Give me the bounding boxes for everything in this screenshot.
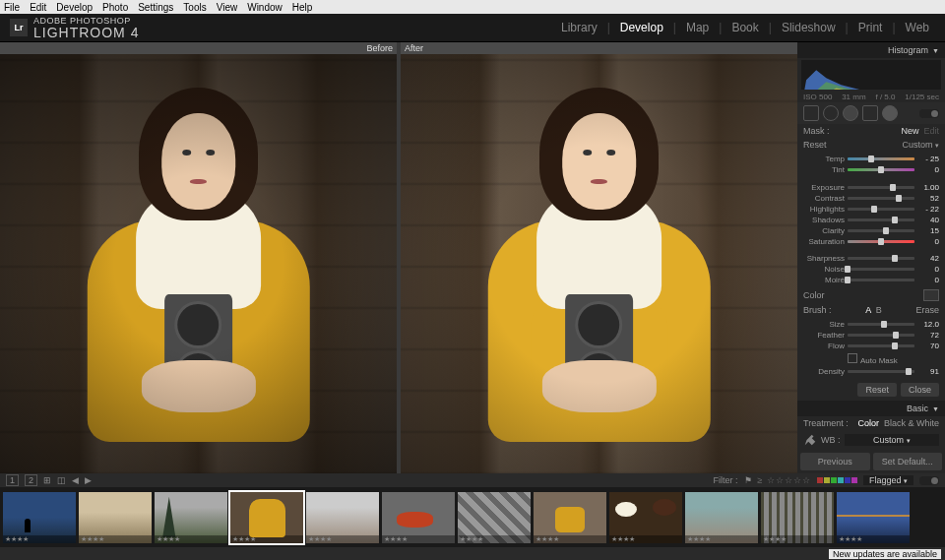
panel-toggle[interactable] — [919, 109, 939, 118]
color-row: Color — [797, 287, 945, 303]
wb-combo[interactable]: Custom ▾ — [845, 434, 940, 446]
spot-tool-icon[interactable] — [823, 105, 839, 121]
view-mode-1[interactable]: 1 — [6, 474, 19, 486]
effect-preset-combo[interactable]: Custom — [902, 140, 932, 150]
brush-close-button[interactable]: Close — [901, 383, 939, 397]
crop-tool-icon[interactable] — [803, 105, 819, 121]
thumbnail-1[interactable]: ★★★★ — [3, 492, 76, 543]
brush-a[interactable]: A — [865, 305, 871, 315]
rating-filter[interactable]: ≥ ☆☆☆☆☆ — [758, 475, 811, 485]
color-swatch[interactable] — [923, 289, 939, 301]
menu-view[interactable]: View — [217, 2, 238, 13]
lightroom-logo-icon: Lr — [10, 19, 28, 36]
thumbnail-6[interactable]: ★★★★ — [382, 492, 455, 543]
filmstrip: 1 2 ⊞ ◫ ◀ ▶ Filter : ⚑ ≥ ☆☆☆☆☆ Flagged ▾… — [0, 473, 945, 547]
brush-tool-icon[interactable] — [882, 105, 898, 121]
automask-checkbox[interactable] — [848, 353, 857, 363]
filter-preset-combo[interactable]: Flagged ▾ — [863, 475, 914, 485]
eyedropper-icon[interactable] — [803, 433, 817, 447]
brush-reset-button[interactable]: Reset — [857, 383, 897, 397]
slider-exposure[interactable]: Exposure1.00 — [803, 182, 939, 193]
slider-moiré[interactable]: Moiré0 — [803, 275, 939, 285]
slider-saturation[interactable]: Saturation0 — [803, 236, 939, 247]
module-map[interactable]: Map — [680, 21, 715, 34]
thumbnail-9[interactable]: ★★★★ — [609, 492, 682, 543]
loupe-viewer: Before After — [0, 42, 797, 473]
redeye-tool-icon[interactable] — [843, 105, 858, 121]
histogram-display[interactable] — [801, 60, 941, 90]
chevron-down-icon: ▼ — [932, 405, 939, 412]
slider-clarity[interactable]: Clarity15 — [803, 225, 939, 236]
after-view: After — [401, 42, 797, 473]
treatment-bw[interactable]: Black & White — [884, 418, 939, 428]
slider-feather[interactable]: Feather72 — [803, 330, 939, 341]
before-photo[interactable] — [0, 54, 397, 473]
module-develop[interactable]: Develop — [614, 21, 669, 34]
thumbnail-11[interactable]: ★★★★ — [761, 492, 834, 543]
module-slideshow[interactable]: Slideshow — [776, 21, 842, 34]
menu-tools[interactable]: Tools — [183, 2, 206, 13]
menu-settings[interactable]: Settings — [138, 2, 173, 13]
thumbnail-3[interactable]: ★★★★ — [155, 492, 227, 543]
treatment-color[interactable]: Color — [857, 418, 879, 428]
filter-toggle[interactable] — [919, 476, 939, 485]
basic-header[interactable]: Basic▼ — [797, 401, 945, 416]
menu-window[interactable]: Window — [247, 2, 283, 13]
set-default-button[interactable]: Set Default... — [873, 453, 943, 470]
nav-left-icon[interactable]: ◀ — [72, 475, 79, 485]
after-photo[interactable] — [401, 54, 797, 473]
thumbnail-12[interactable]: ★★★★ — [837, 492, 910, 543]
compare-icon[interactable]: ◫ — [57, 475, 66, 485]
slider-size[interactable]: Size12.0 — [803, 319, 939, 330]
slider-contrast[interactable]: Contrast52 — [803, 193, 939, 204]
thumbnail-8[interactable]: ★★★★ — [534, 492, 606, 543]
view-mode-2[interactable]: 2 — [25, 474, 37, 486]
grad-filter-icon[interactable] — [862, 105, 878, 121]
flag-filter-icon[interactable]: ⚑ — [744, 475, 752, 485]
mask-edit-button[interactable]: Edit — [923, 126, 939, 136]
toolstrip — [797, 102, 945, 124]
brush-b[interactable]: B — [876, 305, 882, 315]
module-web[interactable]: Web — [900, 21, 935, 34]
thumbnail-7[interactable]: ★★★★ — [458, 492, 531, 543]
menu-edit[interactable]: Edit — [30, 2, 46, 13]
thumbnail-5[interactable]: ★★★★ — [306, 492, 379, 543]
right-panel: Histogram▼ ISO 500 31 mm f / 5.0 1/125 s… — [797, 42, 945, 473]
slider-temp[interactable]: Temp- 25 — [803, 154, 939, 164]
brand-text: ADOBE PHOTOSHOP LIGHTROOM 4 — [33, 17, 139, 39]
module-book[interactable]: Book — [725, 21, 764, 34]
grid-icon[interactable]: ⊞ — [43, 475, 51, 485]
before-view: Before — [0, 42, 397, 473]
menu-help[interactable]: Help — [292, 2, 313, 13]
thumbnail-4[interactable]: ★★★★ — [230, 492, 303, 543]
slider-highlights[interactable]: Highlights- 22 — [803, 204, 939, 215]
before-label: Before — [0, 42, 397, 54]
exif-meta: ISO 500 31 mm f / 5.0 1/125 sec — [797, 92, 945, 102]
histogram-header[interactable]: Histogram▼ — [797, 42, 945, 58]
status-bar: New updates are available — [0, 547, 945, 560]
logo: Lr ADOBE PHOTOSHOP LIGHTROOM 4 — [10, 17, 139, 39]
slider-flow[interactable]: Flow70 — [803, 341, 939, 351]
thumbnail-10[interactable]: ★★★★ — [685, 492, 758, 543]
os-menubar: FileEditDevelopPhotoSettingsToolsViewWin… — [0, 0, 945, 14]
menu-file[interactable]: File — [4, 2, 20, 13]
slider-noise[interactable]: Noise0 — [803, 264, 939, 275]
effect-reset-button[interactable]: Reset — [803, 140, 827, 150]
thumbnail-2[interactable]: ★★★★ — [79, 492, 152, 543]
menu-develop[interactable]: Develop — [56, 2, 93, 13]
previous-button[interactable]: Previous — [800, 453, 870, 470]
menu-photo[interactable]: Photo — [102, 2, 128, 13]
slider-sharpness[interactable]: Sharpness42 — [803, 253, 939, 264]
slider-shadows[interactable]: Shadows40 — [803, 215, 939, 225]
brush-erase[interactable]: Erase — [915, 305, 939, 315]
slider-density[interactable]: Density91 — [803, 366, 939, 377]
color-label-filter[interactable] — [817, 477, 857, 483]
nav-right-icon[interactable]: ▶ — [85, 475, 92, 485]
module-print[interactable]: Print — [852, 21, 889, 34]
filmstrip-toolbar: 1 2 ⊞ ◫ ◀ ▶ Filter : ⚑ ≥ ☆☆☆☆☆ Flagged ▾ — [0, 473, 945, 487]
update-notification[interactable]: New updates are available — [829, 549, 941, 559]
module-library[interactable]: Library — [555, 21, 603, 34]
mask-new-button[interactable]: New — [901, 126, 918, 136]
slider-tint[interactable]: Tint0 — [803, 164, 939, 175]
chevron-down-icon: ▼ — [932, 47, 939, 54]
